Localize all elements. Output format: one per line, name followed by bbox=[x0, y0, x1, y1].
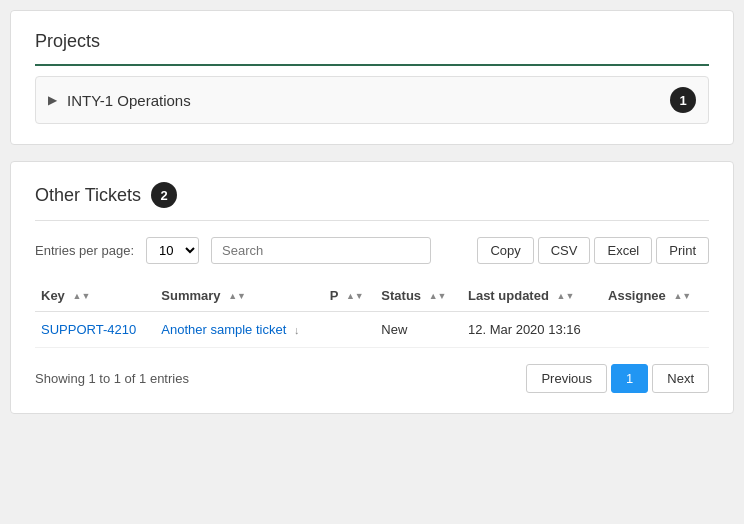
showing-text: Showing 1 to 1 of 1 entries bbox=[35, 371, 189, 386]
p-down-arrow: ↓ bbox=[294, 324, 300, 336]
copy-button[interactable]: Copy bbox=[477, 237, 533, 264]
search-input[interactable] bbox=[211, 237, 431, 264]
other-tickets-badge: 2 bbox=[151, 182, 177, 208]
col-last-updated: Last updated ▲▼ bbox=[462, 280, 602, 312]
projects-title: Projects bbox=[35, 31, 709, 52]
cell-last-updated: 12. Mar 2020 13:16 bbox=[462, 312, 602, 348]
pagination-buttons: Previous 1 Next bbox=[526, 364, 709, 393]
pagination-row: Showing 1 to 1 of 1 entries Previous 1 N… bbox=[35, 364, 709, 393]
project-row[interactable]: ▶ INTY-1 Operations 1 bbox=[35, 76, 709, 124]
cell-summary: Another sample ticket ↓ bbox=[155, 312, 324, 348]
table-controls: Entries per page: 10 25 50 Copy CSV Exce… bbox=[35, 237, 709, 264]
table-row: SUPPORT-4210 Another sample ticket ↓ New… bbox=[35, 312, 709, 348]
col-key: Key ▲▼ bbox=[35, 280, 155, 312]
col-p: P ▲▼ bbox=[324, 280, 376, 312]
col-status: Status ▲▼ bbox=[375, 280, 462, 312]
chevron-right-icon: ▶ bbox=[48, 93, 57, 107]
cell-p bbox=[324, 312, 376, 348]
projects-card: Projects ▶ INTY-1 Operations 1 bbox=[10, 10, 734, 145]
cell-assignee bbox=[602, 312, 709, 348]
other-tickets-card: Other Tickets 2 Entries per page: 10 25 … bbox=[10, 161, 734, 414]
col-assignee: Assignee ▲▼ bbox=[602, 280, 709, 312]
tickets-table: Key ▲▼ Summary ▲▼ P ▲▼ Status ▲▼ Last up… bbox=[35, 280, 709, 348]
summary-sort-icon[interactable]: ▲▼ bbox=[228, 292, 246, 301]
assignee-sort-icon[interactable]: ▲▼ bbox=[673, 292, 691, 301]
action-buttons: Copy CSV Excel Print bbox=[477, 237, 709, 264]
key-sort-icon[interactable]: ▲▼ bbox=[72, 292, 90, 301]
other-tickets-divider bbox=[35, 220, 709, 221]
print-button[interactable]: Print bbox=[656, 237, 709, 264]
page-1-button[interactable]: 1 bbox=[611, 364, 648, 393]
ticket-summary-link[interactable]: Another sample ticket bbox=[161, 322, 286, 337]
status-sort-icon[interactable]: ▲▼ bbox=[429, 292, 447, 301]
last-updated-sort-icon[interactable]: ▲▼ bbox=[556, 292, 574, 301]
entries-label: Entries per page: bbox=[35, 243, 134, 258]
project-name: INTY-1 Operations bbox=[67, 92, 670, 109]
table-header-row: Key ▲▼ Summary ▲▼ P ▲▼ Status ▲▼ Last up… bbox=[35, 280, 709, 312]
previous-button[interactable]: Previous bbox=[526, 364, 607, 393]
projects-divider bbox=[35, 64, 709, 66]
col-summary: Summary ▲▼ bbox=[155, 280, 324, 312]
next-button[interactable]: Next bbox=[652, 364, 709, 393]
excel-button[interactable]: Excel bbox=[594, 237, 652, 264]
cell-key: SUPPORT-4210 bbox=[35, 312, 155, 348]
other-tickets-title: Other Tickets bbox=[35, 185, 141, 206]
project-badge: 1 bbox=[670, 87, 696, 113]
ticket-key-link[interactable]: SUPPORT-4210 bbox=[41, 322, 136, 337]
entries-select[interactable]: 10 25 50 bbox=[146, 237, 199, 264]
csv-button[interactable]: CSV bbox=[538, 237, 591, 264]
other-tickets-header: Other Tickets 2 bbox=[35, 182, 709, 208]
cell-status: New bbox=[375, 312, 462, 348]
p-sort-icon[interactable]: ▲▼ bbox=[346, 292, 364, 301]
